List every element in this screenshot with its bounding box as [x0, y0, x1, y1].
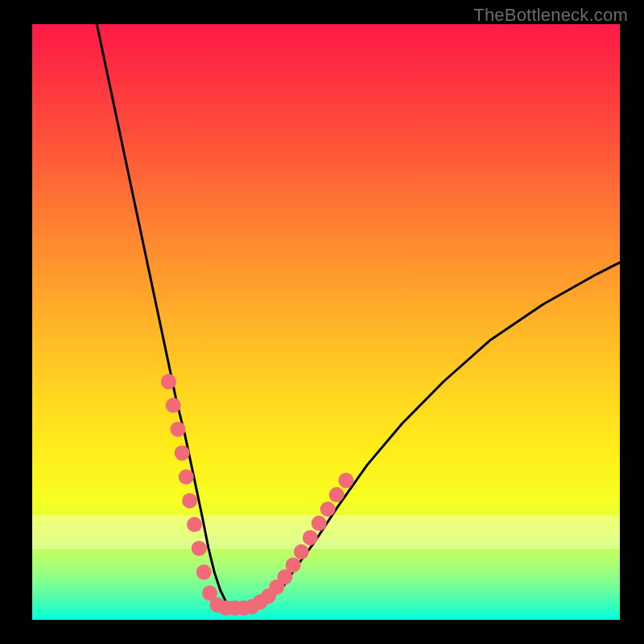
marker-dot [166, 398, 181, 413]
chart-frame: TheBottleneck.com [0, 0, 644, 644]
marker-dot [338, 473, 353, 488]
marker-dot [161, 374, 176, 390]
marker-dot [192, 541, 207, 556]
chart-svg [32, 24, 620, 620]
curve-line [97, 24, 620, 608]
marker-dot [196, 564, 212, 580]
marker-dot [303, 530, 318, 545]
marker-dot [187, 517, 202, 532]
plot-area [32, 24, 620, 620]
marker-dot [320, 502, 336, 517]
marker-dot [294, 544, 309, 559]
marker-dot [179, 469, 194, 485]
marker-dot [312, 516, 327, 531]
curve-markers [161, 374, 353, 616]
marker-dot [329, 487, 345, 502]
marker-dot [175, 445, 190, 460]
marker-dot [182, 493, 197, 509]
marker-dot [286, 557, 301, 572]
watermark-text: TheBottleneck.com [473, 5, 628, 26]
marker-dot [171, 422, 186, 437]
